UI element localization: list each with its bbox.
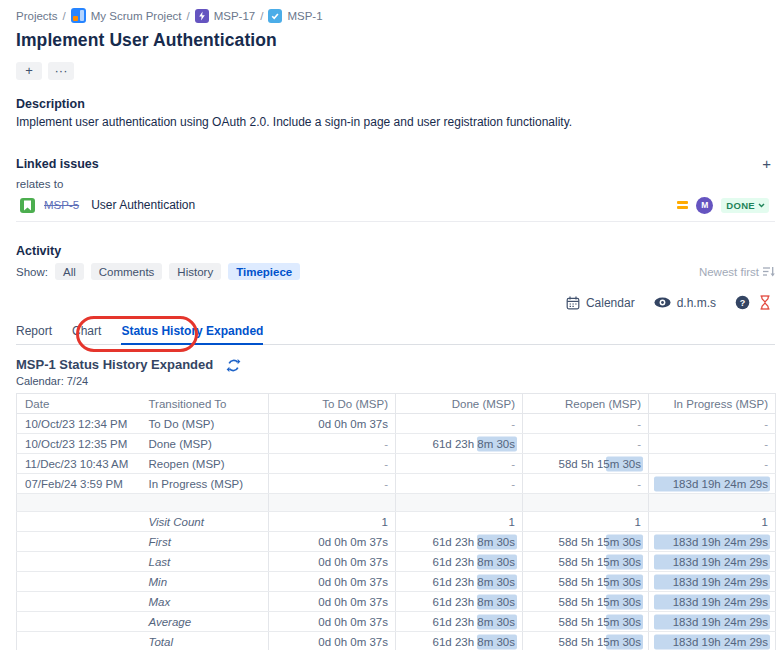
duration-cell: 183d 19h 24m 29s [649, 632, 776, 650]
table-row: Total0d 0h 0m 37s61d 23h 8m 30s58d 5h 15… [17, 632, 776, 650]
add-button[interactable]: + [16, 62, 42, 80]
spacer-cell [141, 494, 269, 512]
duration-value: 183d 19h 24m 29s [673, 556, 768, 568]
activity-filter-row: Show: All Comments History Timepiece New… [16, 263, 775, 280]
table-row: First0d 0h 0m 37s61d 23h 8m 30s58d 5h 15… [17, 532, 776, 552]
duration-value: 61d 23h 8m 30s [433, 616, 515, 628]
duration-value: 58d 5h 15m 30s [559, 556, 641, 568]
linked-issue-row[interactable]: MSP-5 User Authentication M DONE [16, 194, 775, 216]
table-row: 10/Oct/23 12:34 PMTo Do (MSP)0d 0h 0m 37… [17, 414, 776, 434]
breadcrumb-epic[interactable]: MSP-17 [214, 10, 256, 22]
column-header-transitioned-to: Transitioned To [141, 394, 269, 414]
duration-value: 58d 5h 15m 30s [559, 616, 641, 628]
transition-cell: Max [141, 592, 269, 612]
date-cell [17, 612, 141, 632]
report-title: MSP-1 Status History Expanded [16, 357, 213, 372]
duration-value: 61d 23h 8m 30s [433, 576, 515, 588]
duration-value: 1 [382, 516, 388, 528]
duration-value: 0d 0h 0m 37s [318, 616, 388, 628]
duration-value: - [384, 438, 388, 450]
duration-cell: 1 [523, 512, 649, 532]
duration-value: - [637, 418, 641, 430]
date-cell [17, 592, 141, 612]
duration-cell: - [396, 414, 523, 434]
breadcrumb: Projects / My Scrum Project / MSP-17 / M… [16, 8, 775, 23]
breadcrumb-separator: / [187, 10, 190, 22]
duration-cell: 0d 0h 0m 37s [269, 414, 396, 434]
hourglass-control[interactable] [759, 295, 771, 310]
duration-value: 183d 19h 24m 29s [673, 536, 768, 548]
duration-value: 61d 23h 8m 30s [433, 536, 515, 548]
priority-medium-icon [677, 201, 688, 209]
page-title: Implement User Authentication [16, 30, 775, 51]
more-actions-button[interactable]: ··· [48, 62, 74, 80]
breadcrumb-issue[interactable]: MSP-1 [287, 10, 322, 22]
calendar-label: Calendar [586, 296, 635, 310]
duration-cell: 58d 5h 15m 30s [523, 552, 649, 572]
sort-icon [763, 266, 775, 277]
date-cell: 10/Oct/23 12:35 PM [17, 434, 141, 454]
duration-cell: - [269, 454, 396, 474]
calendar-control[interactable]: Calendar [566, 296, 635, 310]
duration-value: 1 [509, 516, 515, 528]
table-row: 11/Dec/23 10:43 AMReopen (MSP)--58d 5h 1… [17, 454, 776, 474]
duration-value: - [384, 458, 388, 470]
table-row: 07/Feb/24 3:59 PMIn Progress (MSP)---183… [17, 474, 776, 494]
duration-cell: 1 [649, 512, 776, 532]
duration-cell: 183d 19h 24m 29s [649, 552, 776, 572]
duration-value: - [764, 438, 768, 450]
duration-value: 0d 0h 0m 37s [318, 596, 388, 608]
tab-report[interactable]: Report [16, 324, 52, 338]
duration-format-control[interactable]: d.h.m.s [654, 296, 716, 310]
transition-cell: Total [141, 632, 269, 650]
tab-status-history-expanded[interactable]: Status History Expanded [121, 324, 263, 338]
duration-value: 1 [762, 516, 768, 528]
duration-cell: 61d 23h 8m 30s [396, 612, 523, 632]
column-header-done: Done (MSP) [396, 394, 523, 414]
sort-order-label: Newest first [699, 266, 759, 278]
duration-value: - [511, 478, 515, 490]
filter-timepiece[interactable]: Timepiece [228, 263, 300, 280]
spacer-cell [17, 494, 141, 512]
calendar-note: Calendar: 7/24 [16, 375, 775, 387]
date-cell [17, 532, 141, 552]
duration-value: 0d 0h 0m 37s [318, 418, 388, 430]
breadcrumb-projects[interactable]: Projects [16, 10, 58, 22]
refresh-icon[interactable] [226, 358, 241, 373]
tab-chart[interactable]: Chart [72, 324, 101, 338]
date-cell [17, 572, 141, 592]
duration-value: 58d 5h 15m 30s [559, 458, 641, 470]
duration-value: 58d 5h 15m 30s [559, 636, 641, 648]
breadcrumb-separator: / [260, 10, 263, 22]
duration-cell: 183d 19h 24m 29s [649, 572, 776, 592]
status-badge[interactable]: DONE [721, 198, 769, 213]
assignee-avatar[interactable]: M [696, 197, 713, 214]
breadcrumb-project[interactable]: My Scrum Project [91, 10, 182, 22]
duration-cell: 61d 23h 8m 30s [396, 572, 523, 592]
duration-cell: 183d 19h 24m 29s [649, 612, 776, 632]
transition-cell: To Do (MSP) [141, 414, 269, 434]
add-link-icon[interactable]: + [762, 157, 771, 171]
duration-cell: 183d 19h 24m 29s [649, 592, 776, 612]
help-icon: ? [735, 295, 750, 310]
duration-value: 183d 19h 24m 29s [673, 596, 768, 608]
link-relation-label: relates to [16, 178, 775, 190]
duration-cell: 61d 23h 8m 30s [396, 532, 523, 552]
sort-order-control[interactable]: Newest first [699, 266, 775, 278]
duration-cell: 0d 0h 0m 37s [269, 592, 396, 612]
date-cell [17, 552, 141, 572]
filter-history[interactable]: History [169, 263, 221, 280]
duration-cell: 58d 5h 15m 30s [523, 454, 649, 474]
duration-value: 58d 5h 15m 30s [559, 576, 641, 588]
duration-value: - [384, 478, 388, 490]
activity-heading: Activity [16, 244, 775, 258]
duration-value: - [637, 478, 641, 490]
linked-issue-key[interactable]: MSP-5 [44, 199, 79, 211]
duration-cell: 61d 23h 8m 30s [396, 632, 523, 650]
table-row: Max0d 0h 0m 37s61d 23h 8m 30s58d 5h 15m … [17, 592, 776, 612]
spacer-cell [269, 494, 396, 512]
filter-comments[interactable]: Comments [91, 263, 163, 280]
help-control[interactable]: ? [735, 295, 750, 310]
filter-all[interactable]: All [55, 263, 84, 280]
duration-value: 61d 23h 8m 30s [433, 438, 515, 450]
